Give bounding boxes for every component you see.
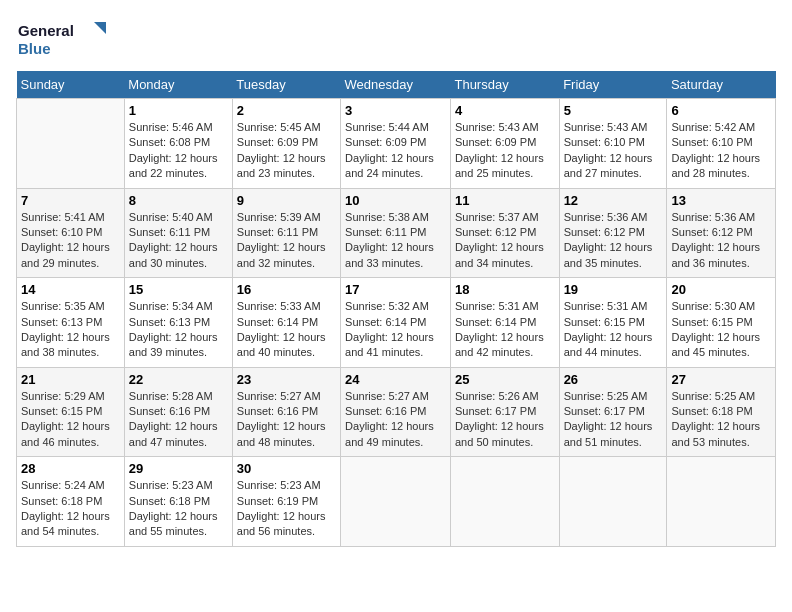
day-info: Sunrise: 5:45 AM Sunset: 6:09 PM Dayligh… bbox=[237, 120, 336, 182]
header-day-saturday: Saturday bbox=[667, 71, 776, 99]
day-number: 4 bbox=[455, 103, 555, 118]
day-number: 20 bbox=[671, 282, 771, 297]
calendar-cell: 6Sunrise: 5:42 AM Sunset: 6:10 PM Daylig… bbox=[667, 99, 776, 189]
calendar-cell bbox=[667, 457, 776, 547]
day-info: Sunrise: 5:31 AM Sunset: 6:15 PM Dayligh… bbox=[564, 299, 663, 361]
calendar-cell: 11Sunrise: 5:37 AM Sunset: 6:12 PM Dayli… bbox=[450, 188, 559, 278]
day-number: 22 bbox=[129, 372, 228, 387]
day-number: 5 bbox=[564, 103, 663, 118]
day-number: 21 bbox=[21, 372, 120, 387]
calendar-cell: 25Sunrise: 5:26 AM Sunset: 6:17 PM Dayli… bbox=[450, 367, 559, 457]
day-number: 16 bbox=[237, 282, 336, 297]
calendar-cell: 3Sunrise: 5:44 AM Sunset: 6:09 PM Daylig… bbox=[341, 99, 451, 189]
calendar-cell: 1Sunrise: 5:46 AM Sunset: 6:08 PM Daylig… bbox=[124, 99, 232, 189]
calendar-week-4: 21Sunrise: 5:29 AM Sunset: 6:15 PM Dayli… bbox=[17, 367, 776, 457]
calendar-cell: 27Sunrise: 5:25 AM Sunset: 6:18 PM Dayli… bbox=[667, 367, 776, 457]
day-info: Sunrise: 5:38 AM Sunset: 6:11 PM Dayligh… bbox=[345, 210, 446, 272]
day-info: Sunrise: 5:40 AM Sunset: 6:11 PM Dayligh… bbox=[129, 210, 228, 272]
calendar-cell: 5Sunrise: 5:43 AM Sunset: 6:10 PM Daylig… bbox=[559, 99, 667, 189]
day-number: 30 bbox=[237, 461, 336, 476]
svg-text:General: General bbox=[18, 22, 74, 39]
day-number: 1 bbox=[129, 103, 228, 118]
day-info: Sunrise: 5:27 AM Sunset: 6:16 PM Dayligh… bbox=[237, 389, 336, 451]
calendar-cell bbox=[17, 99, 125, 189]
calendar-week-5: 28Sunrise: 5:24 AM Sunset: 6:18 PM Dayli… bbox=[17, 457, 776, 547]
calendar-cell: 8Sunrise: 5:40 AM Sunset: 6:11 PM Daylig… bbox=[124, 188, 232, 278]
day-number: 7 bbox=[21, 193, 120, 208]
day-info: Sunrise: 5:42 AM Sunset: 6:10 PM Dayligh… bbox=[671, 120, 771, 182]
header-day-tuesday: Tuesday bbox=[232, 71, 340, 99]
calendar-cell: 18Sunrise: 5:31 AM Sunset: 6:14 PM Dayli… bbox=[450, 278, 559, 368]
day-info: Sunrise: 5:34 AM Sunset: 6:13 PM Dayligh… bbox=[129, 299, 228, 361]
day-number: 23 bbox=[237, 372, 336, 387]
header: General Blue bbox=[16, 16, 776, 61]
calendar-cell: 2Sunrise: 5:45 AM Sunset: 6:09 PM Daylig… bbox=[232, 99, 340, 189]
day-info: Sunrise: 5:41 AM Sunset: 6:10 PM Dayligh… bbox=[21, 210, 120, 272]
day-number: 27 bbox=[671, 372, 771, 387]
day-number: 19 bbox=[564, 282, 663, 297]
calendar-cell: 13Sunrise: 5:36 AM Sunset: 6:12 PM Dayli… bbox=[667, 188, 776, 278]
day-number: 6 bbox=[671, 103, 771, 118]
day-number: 8 bbox=[129, 193, 228, 208]
day-info: Sunrise: 5:29 AM Sunset: 6:15 PM Dayligh… bbox=[21, 389, 120, 451]
day-number: 14 bbox=[21, 282, 120, 297]
calendar-cell: 17Sunrise: 5:32 AM Sunset: 6:14 PM Dayli… bbox=[341, 278, 451, 368]
calendar-cell: 24Sunrise: 5:27 AM Sunset: 6:16 PM Dayli… bbox=[341, 367, 451, 457]
header-day-monday: Monday bbox=[124, 71, 232, 99]
header-day-friday: Friday bbox=[559, 71, 667, 99]
calendar-cell bbox=[450, 457, 559, 547]
calendar-week-1: 1Sunrise: 5:46 AM Sunset: 6:08 PM Daylig… bbox=[17, 99, 776, 189]
day-info: Sunrise: 5:23 AM Sunset: 6:18 PM Dayligh… bbox=[129, 478, 228, 540]
calendar-cell: 19Sunrise: 5:31 AM Sunset: 6:15 PM Dayli… bbox=[559, 278, 667, 368]
calendar-cell: 23Sunrise: 5:27 AM Sunset: 6:16 PM Dayli… bbox=[232, 367, 340, 457]
day-info: Sunrise: 5:30 AM Sunset: 6:15 PM Dayligh… bbox=[671, 299, 771, 361]
calendar-cell: 29Sunrise: 5:23 AM Sunset: 6:18 PM Dayli… bbox=[124, 457, 232, 547]
day-number: 2 bbox=[237, 103, 336, 118]
day-number: 29 bbox=[129, 461, 228, 476]
calendar-week-3: 14Sunrise: 5:35 AM Sunset: 6:13 PM Dayli… bbox=[17, 278, 776, 368]
day-info: Sunrise: 5:31 AM Sunset: 6:14 PM Dayligh… bbox=[455, 299, 555, 361]
day-info: Sunrise: 5:32 AM Sunset: 6:14 PM Dayligh… bbox=[345, 299, 446, 361]
header-day-sunday: Sunday bbox=[17, 71, 125, 99]
day-info: Sunrise: 5:28 AM Sunset: 6:16 PM Dayligh… bbox=[129, 389, 228, 451]
day-number: 15 bbox=[129, 282, 228, 297]
day-info: Sunrise: 5:36 AM Sunset: 6:12 PM Dayligh… bbox=[671, 210, 771, 272]
calendar-header-row: SundayMondayTuesdayWednesdayThursdayFrid… bbox=[17, 71, 776, 99]
day-number: 28 bbox=[21, 461, 120, 476]
day-info: Sunrise: 5:37 AM Sunset: 6:12 PM Dayligh… bbox=[455, 210, 555, 272]
calendar-body: 1Sunrise: 5:46 AM Sunset: 6:08 PM Daylig… bbox=[17, 99, 776, 547]
day-number: 18 bbox=[455, 282, 555, 297]
calendar-cell bbox=[559, 457, 667, 547]
day-info: Sunrise: 5:27 AM Sunset: 6:16 PM Dayligh… bbox=[345, 389, 446, 451]
calendar-cell: 10Sunrise: 5:38 AM Sunset: 6:11 PM Dayli… bbox=[341, 188, 451, 278]
header-day-thursday: Thursday bbox=[450, 71, 559, 99]
day-number: 12 bbox=[564, 193, 663, 208]
day-info: Sunrise: 5:33 AM Sunset: 6:14 PM Dayligh… bbox=[237, 299, 336, 361]
calendar-week-2: 7Sunrise: 5:41 AM Sunset: 6:10 PM Daylig… bbox=[17, 188, 776, 278]
day-info: Sunrise: 5:44 AM Sunset: 6:09 PM Dayligh… bbox=[345, 120, 446, 182]
day-info: Sunrise: 5:26 AM Sunset: 6:17 PM Dayligh… bbox=[455, 389, 555, 451]
day-info: Sunrise: 5:46 AM Sunset: 6:08 PM Dayligh… bbox=[129, 120, 228, 182]
day-info: Sunrise: 5:35 AM Sunset: 6:13 PM Dayligh… bbox=[21, 299, 120, 361]
logo: General Blue bbox=[16, 16, 106, 61]
day-number: 17 bbox=[345, 282, 446, 297]
calendar-cell: 7Sunrise: 5:41 AM Sunset: 6:10 PM Daylig… bbox=[17, 188, 125, 278]
logo-svg: General Blue bbox=[16, 16, 106, 61]
calendar-cell: 21Sunrise: 5:29 AM Sunset: 6:15 PM Dayli… bbox=[17, 367, 125, 457]
calendar-cell: 4Sunrise: 5:43 AM Sunset: 6:09 PM Daylig… bbox=[450, 99, 559, 189]
calendar-cell: 12Sunrise: 5:36 AM Sunset: 6:12 PM Dayli… bbox=[559, 188, 667, 278]
calendar-table: SundayMondayTuesdayWednesdayThursdayFrid… bbox=[16, 71, 776, 547]
calendar-cell bbox=[341, 457, 451, 547]
header-day-wednesday: Wednesday bbox=[341, 71, 451, 99]
calendar-cell: 30Sunrise: 5:23 AM Sunset: 6:19 PM Dayli… bbox=[232, 457, 340, 547]
day-info: Sunrise: 5:25 AM Sunset: 6:17 PM Dayligh… bbox=[564, 389, 663, 451]
day-info: Sunrise: 5:25 AM Sunset: 6:18 PM Dayligh… bbox=[671, 389, 771, 451]
svg-marker-2 bbox=[94, 22, 106, 34]
calendar-cell: 9Sunrise: 5:39 AM Sunset: 6:11 PM Daylig… bbox=[232, 188, 340, 278]
calendar-cell: 20Sunrise: 5:30 AM Sunset: 6:15 PM Dayli… bbox=[667, 278, 776, 368]
day-info: Sunrise: 5:36 AM Sunset: 6:12 PM Dayligh… bbox=[564, 210, 663, 272]
svg-text:Blue: Blue bbox=[18, 40, 51, 57]
day-info: Sunrise: 5:24 AM Sunset: 6:18 PM Dayligh… bbox=[21, 478, 120, 540]
day-number: 25 bbox=[455, 372, 555, 387]
day-info: Sunrise: 5:23 AM Sunset: 6:19 PM Dayligh… bbox=[237, 478, 336, 540]
